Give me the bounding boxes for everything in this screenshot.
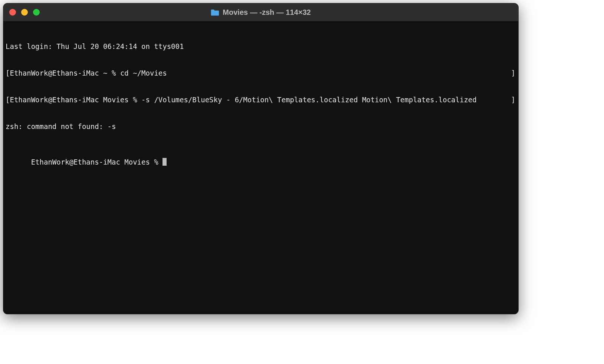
prompt-bracket: [ xyxy=(6,95,10,104)
close-button[interactable] xyxy=(9,9,16,16)
command-text: -s /Volumes/BlueSky - 6/Motion\ Template… xyxy=(141,95,477,104)
traffic-lights xyxy=(9,9,40,16)
prompt-bracket: ] xyxy=(511,69,516,77)
maximize-button[interactable] xyxy=(33,9,40,16)
terminal-body[interactable]: Last login: Thu Jul 20 06:24:14 on ttys0… xyxy=(3,21,518,314)
terminal-line: EthanWork@Ethans-iMac Movies % xyxy=(6,149,516,175)
terminal-line: Last login: Thu Jul 20 06:24:14 on ttys0… xyxy=(6,42,516,51)
prompt-text: EthanWork@Ethans-iMac Movies % xyxy=(31,158,163,166)
command-text: cd ~/Movies xyxy=(120,69,167,77)
prompt-bracket: [ xyxy=(6,69,10,77)
prompt-text: EthanWork@Ethans-iMac Movies % xyxy=(10,95,141,104)
window-title: Movies — -zsh — 114×32 xyxy=(223,8,311,17)
minimize-button[interactable] xyxy=(21,9,28,16)
folder-icon xyxy=(211,9,219,16)
prompt-bracket: ] xyxy=(511,95,516,104)
terminal-line: zsh: command not found: -s xyxy=(6,122,516,131)
window-title-area: Movies — -zsh — 114×32 xyxy=(211,8,311,17)
title-bar: Movies — -zsh — 114×32 xyxy=(3,3,518,21)
terminal-line: [EthanWork@Ethans-iMac Movies % -s /Volu… xyxy=(6,95,516,104)
prompt-text: EthanWork@Ethans-iMac ~ % xyxy=(10,69,120,77)
terminal-line: [EthanWork@Ethans-iMac ~ % cd ~/Movies ] xyxy=(6,69,516,77)
cursor xyxy=(163,158,167,166)
terminal-window: Movies — -zsh — 114×32 Last login: Thu J… xyxy=(3,3,519,314)
